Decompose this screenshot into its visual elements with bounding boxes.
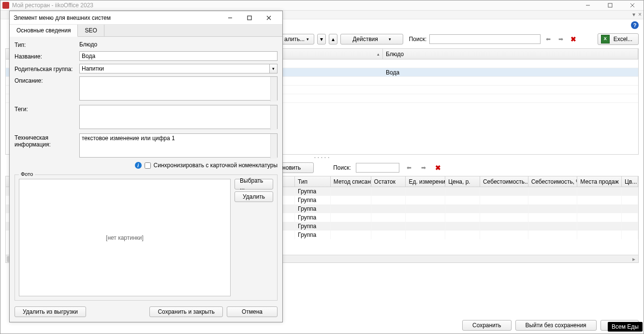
- parent-group-input[interactable]: [79, 64, 269, 73]
- name-input[interactable]: [79, 51, 278, 61]
- main-maximize-button[interactable]: [599, 0, 621, 10]
- cell: [528, 196, 578, 204]
- choose-photo-button[interactable]: Выбрать ...: [234, 179, 273, 189]
- cell: [445, 231, 480, 239]
- delete-button-partial[interactable]: алить...▾: [279, 34, 314, 44]
- info-icon[interactable]: i: [135, 162, 142, 169]
- cell: [528, 187, 578, 196]
- modal-close-button[interactable]: [259, 12, 278, 24]
- description-textarea[interactable]: [79, 76, 278, 101]
- cell-type: Группа: [295, 196, 331, 204]
- cell: [480, 204, 528, 213]
- search-input[interactable]: [429, 34, 541, 44]
- type-value: Блюдо: [79, 41, 278, 48]
- cell: [577, 213, 622, 222]
- main-close-button[interactable]: [621, 0, 644, 10]
- tags-textarea[interactable]: [79, 105, 278, 129]
- exit-without-saving-button[interactable]: Выйти без сохранения: [515, 320, 597, 331]
- remove-from-export-button[interactable]: Удалить из выгрузки: [15, 306, 86, 317]
- lower-col-header[interactable]: Места продаж: [577, 176, 622, 187]
- panel-close-icon[interactable]: ×: [638, 11, 642, 18]
- tech-info-label: Техническая информация:: [15, 133, 79, 148]
- cell: [622, 222, 638, 231]
- excel-button[interactable]: Excel...: [598, 33, 639, 45]
- parent-group-combo[interactable]: ▾: [79, 64, 278, 73]
- down-button[interactable]: ▴: [329, 34, 337, 44]
- save-and-close-button[interactable]: Сохранить и закрыть: [149, 306, 222, 317]
- cell: [577, 187, 622, 196]
- lower-col-header[interactable]: Остаток: [371, 176, 406, 187]
- cell: [406, 231, 445, 239]
- cell: [406, 196, 445, 204]
- lower-col-header[interactable]: Цена, р.: [445, 176, 480, 187]
- lower-col-header[interactable]: Метод списания: [331, 176, 371, 187]
- textarea-scrollbar[interactable]: [270, 134, 277, 159]
- modal-dialog: Элемент меню для внешних систем Основные…: [9, 11, 283, 322]
- app-icon: [2, 2, 9, 9]
- cell: [331, 213, 371, 222]
- cell: [445, 204, 480, 213]
- delete-photo-button[interactable]: Удалить: [234, 191, 273, 202]
- cell: [371, 222, 406, 231]
- cell-type: Группа: [295, 187, 331, 196]
- lower-search-input[interactable]: [356, 163, 399, 173]
- no-image-text: [нет картинки]: [106, 234, 144, 241]
- description-label: Описание:: [15, 76, 79, 84]
- cell: [445, 196, 480, 204]
- cell: [577, 222, 622, 231]
- cell-type: Группа: [295, 213, 331, 222]
- cancel-button[interactable]: Отмена: [227, 306, 278, 317]
- tab-seo[interactable]: SEO: [78, 25, 104, 36]
- search-clear-icon[interactable]: ✖: [569, 34, 578, 44]
- main-minimize-button[interactable]: [577, 0, 599, 10]
- cell: [331, 204, 371, 213]
- lower-col-header[interactable]: Цв...: [622, 176, 638, 187]
- lower-search-next-icon[interactable]: ➡: [419, 163, 428, 173]
- photo-fieldset: Фото [нет картинки] Выбрать ... Удалить: [15, 174, 278, 301]
- lower-col-header[interactable]: Ед. измерения: [406, 176, 445, 187]
- cell-type: Группа: [295, 231, 331, 239]
- lower-col-header[interactable]: Себестоимость...: [480, 176, 528, 187]
- textarea-scrollbar[interactable]: [270, 105, 277, 130]
- sync-checkbox[interactable]: [145, 162, 151, 169]
- tech-info-textarea[interactable]: [79, 133, 278, 158]
- modal-titlebar: Элемент меню для внешних систем: [10, 11, 282, 25]
- cell: [528, 222, 578, 231]
- lower-col-header[interactable]: Тип: [295, 176, 331, 187]
- cell: [445, 187, 480, 196]
- modal-title: Элемент меню для внешних систем: [14, 15, 220, 21]
- help-icon[interactable]: ?: [631, 21, 639, 29]
- search-label: Поиск:: [409, 36, 427, 43]
- cell: [622, 204, 638, 213]
- modal-maximize-button[interactable]: [240, 12, 259, 24]
- save-button[interactable]: Сохранить: [462, 320, 512, 331]
- cell: [371, 213, 406, 222]
- chevron-down-icon[interactable]: ▾: [269, 64, 278, 73]
- cell: [406, 204, 445, 213]
- textarea-scrollbar[interactable]: [270, 77, 277, 102]
- tab-main[interactable]: Основные сведения: [10, 25, 78, 37]
- cell: [577, 196, 622, 204]
- app-title: Мой ресторан - iikoOffice 2023: [12, 2, 93, 9]
- svg-rect-1: [608, 3, 612, 7]
- cell: [577, 231, 622, 239]
- panel-caret-icon[interactable]: ▾: [632, 11, 635, 18]
- cell: [371, 204, 406, 213]
- actions-button[interactable]: Действия▾: [340, 34, 403, 44]
- lower-col-header[interactable]: Себестоимость, %: [528, 176, 578, 187]
- lower-search-prev-icon[interactable]: ⬅: [404, 163, 414, 173]
- modal-tabs: Основные сведения SEO: [10, 25, 282, 37]
- cell: [528, 204, 578, 213]
- modal-minimize-button[interactable]: [220, 12, 240, 24]
- search-next-icon[interactable]: ➡: [556, 34, 566, 44]
- upper-col-blyudo[interactable]: Блюдо: [383, 49, 638, 59]
- cell: [480, 213, 528, 222]
- search-prev-icon[interactable]: ⬅: [543, 34, 553, 44]
- lower-search-clear-icon[interactable]: ✖: [433, 163, 443, 173]
- scrollbar-arrow-right-icon[interactable]: ▸: [630, 256, 637, 262]
- up-button[interactable]: ▾: [317, 34, 326, 44]
- name-label: Название:: [15, 52, 79, 60]
- cell: [480, 187, 528, 196]
- cell-type: Группа: [295, 222, 331, 231]
- cell: [331, 222, 371, 231]
